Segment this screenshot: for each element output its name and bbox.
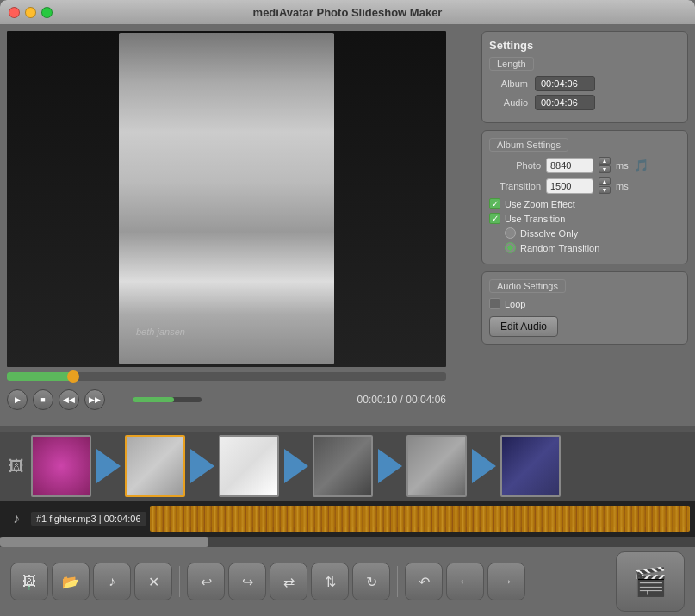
- prev-button[interactable]: ◀◀: [59, 389, 79, 410]
- photo-thumb-3[interactable]: [219, 435, 279, 497]
- arrow-4[interactable]: [375, 440, 405, 492]
- photo-spinner: ▲ ▼: [599, 157, 611, 173]
- preview-photo: [119, 33, 334, 364]
- next-button[interactable]: ▶▶: [84, 389, 105, 410]
- arrow-1[interactable]: [93, 440, 123, 492]
- transition-checkbox[interactable]: ✓: [489, 213, 500, 224]
- play-button[interactable]: ▶: [7, 389, 28, 410]
- preview-image: beth jansen: [7, 31, 446, 367]
- watermark: beth jansen: [136, 327, 185, 337]
- length-label: Length: [489, 57, 534, 71]
- minimize-button[interactable]: [25, 7, 36, 18]
- separator-1: [179, 566, 180, 597]
- prev-nav-button[interactable]: ←: [446, 563, 484, 600]
- flip-button[interactable]: ⇅: [311, 563, 349, 600]
- photo-thumb-5[interactable]: [406, 435, 467, 497]
- add-icon: +: [27, 583, 32, 593]
- photo-spin-down[interactable]: ▼: [599, 165, 611, 173]
- volume-bar[interactable]: [133, 397, 202, 402]
- close-button[interactable]: [9, 7, 20, 18]
- photo-ms: ms: [616, 160, 629, 171]
- scrollbar-thumb[interactable]: [0, 537, 208, 547]
- thumb-flower-bg: [33, 437, 90, 495]
- thumb-portrait3-bg: [408, 437, 465, 495]
- zoom-checkbox[interactable]: ✓: [489, 198, 500, 209]
- redo-icon: ↪: [242, 574, 253, 590]
- stop-button[interactable]: ■: [33, 389, 53, 410]
- transport-bar: ▶ ■ ◀◀ ▶▶ 00:00:10 / 00:04:06: [7, 386, 446, 414]
- album-settings-label: Album Settings: [489, 138, 568, 152]
- waveform: [150, 506, 691, 532]
- toolbar-buttons: 🖼+ 📂 ♪ ✕ ↩ ↪ ⇄ ⇅: [10, 563, 525, 600]
- photo-thumb-6[interactable]: [500, 435, 561, 497]
- dissolve-radio[interactable]: [505, 227, 516, 239]
- progress-fill: [7, 372, 73, 381]
- preview-area: beth jansen: [7, 31, 446, 367]
- right-panel: Settings Length Album 00:04:06 Audio 00:…: [481, 31, 688, 420]
- redo-button[interactable]: ↪: [228, 563, 266, 600]
- progress-bar[interactable]: [7, 372, 446, 381]
- transition-spin-down[interactable]: ▼: [599, 186, 611, 194]
- audio-track-label: #1 fighter.mp3 | 00:04:06: [31, 512, 146, 526]
- photo-strip: 🖼: [0, 432, 695, 501]
- undo-button[interactable]: ↩: [187, 563, 225, 600]
- rotate-button[interactable]: ↻: [352, 563, 390, 600]
- music-link-icon[interactable]: 🎵: [634, 159, 648, 172]
- settings-panel: Settings Length Album 00:04:06 Audio 00:…: [481, 31, 688, 123]
- loop-row: Loop: [489, 298, 680, 309]
- random-radio[interactable]: [505, 242, 516, 253]
- album-value: 00:04:06: [535, 76, 595, 91]
- photo-thumb-1[interactable]: [31, 435, 91, 497]
- open-folder-button[interactable]: 📂: [52, 563, 90, 600]
- audio-settings-panel: Audio Settings Loop Edit Audio: [481, 271, 688, 345]
- settings-title: Settings: [489, 39, 680, 52]
- next-nav-button[interactable]: →: [487, 563, 525, 600]
- music-icon-tb: ♪: [109, 574, 115, 589]
- loop-icon: ⇄: [283, 574, 295, 590]
- add-music-button[interactable]: ♪: [93, 563, 131, 600]
- photo-input[interactable]: [546, 158, 593, 173]
- add-photo-button[interactable]: 🖼+: [10, 563, 48, 600]
- export-button[interactable]: 🎬: [616, 551, 685, 612]
- arrow-3[interactable]: [281, 440, 311, 492]
- transition-label: Use Transition: [505, 214, 565, 224]
- back-icon: ↶: [419, 574, 430, 590]
- photo-input-label: Photo: [489, 160, 541, 171]
- length-section: Length Album 00:04:06 Audio 00:04:06: [489, 57, 680, 110]
- loop-button[interactable]: ⇄: [270, 563, 307, 600]
- loop-checkbox[interactable]: [489, 298, 500, 309]
- transition-input-label: Transition: [489, 181, 541, 191]
- maximize-button[interactable]: [41, 7, 53, 18]
- time-display: 00:00:10 / 00:04:06: [357, 394, 446, 406]
- arrow-shape-2: [190, 449, 214, 483]
- dissolve-row: Dissolve Only: [505, 227, 680, 239]
- photo-spin-up[interactable]: ▲: [599, 157, 611, 165]
- arrow-5[interactable]: [469, 440, 499, 492]
- thumb-portrait-bg: [127, 437, 183, 495]
- separator-2: [397, 566, 398, 597]
- random-label: Random Transition: [520, 243, 599, 253]
- arrow-shape-1: [96, 449, 121, 483]
- photo-thumb-2[interactable]: [125, 435, 185, 497]
- delete-button[interactable]: ✕: [134, 563, 172, 600]
- back-button[interactable]: ↶: [405, 563, 443, 600]
- edit-audio-button[interactable]: Edit Audio: [489, 316, 558, 337]
- delete-icon: ✕: [148, 574, 159, 590]
- arrow-2[interactable]: [187, 440, 217, 492]
- scrollbar[interactable]: [0, 537, 695, 547]
- photo-thumb-4[interactable]: [313, 435, 373, 497]
- arrow-shape-3: [284, 449, 308, 483]
- transition-row: Transition ▲ ▼ ms: [489, 177, 680, 194]
- transition-spin-up[interactable]: ▲: [599, 177, 611, 185]
- photo-row: Photo ▲ ▼ ms 🎵: [489, 157, 680, 173]
- transition-spinner: ▲ ▼: [599, 177, 611, 194]
- flip-icon: ⇅: [325, 574, 336, 590]
- album-length-row: Album 00:04:06: [489, 76, 680, 91]
- audio-strip: ♪ #1 fighter.mp3 | 00:04:06: [0, 501, 695, 537]
- transition-ms: ms: [616, 181, 629, 191]
- audio-label: Audio: [489, 97, 528, 108]
- thumb-portrait2-bg: [314, 437, 371, 495]
- arrow-shape-5: [472, 449, 496, 483]
- zoom-label: Use Zoom Effect: [505, 199, 575, 209]
- transition-input[interactable]: [546, 178, 593, 194]
